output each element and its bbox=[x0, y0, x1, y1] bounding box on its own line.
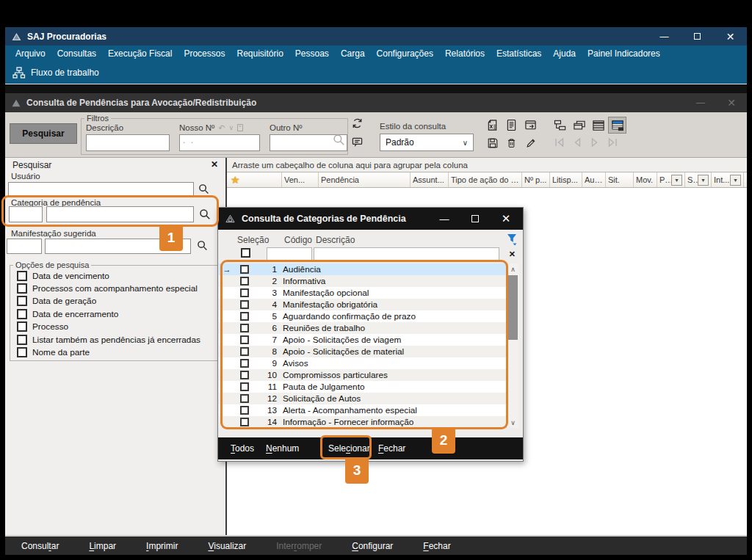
tree-view-icon[interactable] bbox=[552, 117, 568, 133]
chevron-down-icon[interactable]: ∨ bbox=[229, 125, 234, 131]
checkbox-listar-tambem-as-pendencias-ja-encerradas[interactable] bbox=[17, 335, 27, 345]
grid-view-selected-icon[interactable] bbox=[609, 117, 626, 133]
dialog-maximize-icon[interactable] bbox=[464, 208, 486, 230]
menu-item-consultas[interactable]: Consultas bbox=[51, 48, 102, 59]
category-checkbox-12[interactable] bbox=[240, 394, 249, 403]
column-filter-dropdown-icon[interactable]: ▼ bbox=[671, 175, 682, 186]
column-header-mov[interactable]: Mov. bbox=[634, 172, 657, 187]
category-checkbox-13[interactable] bbox=[240, 406, 249, 415]
last-record-icon[interactable] bbox=[604, 136, 620, 149]
codigo-filter-input[interactable] bbox=[267, 247, 312, 261]
edit-pencil-icon[interactable] bbox=[522, 135, 539, 150]
pesquisar-button[interactable]: Pesquisar bbox=[10, 123, 77, 144]
button-configurar[interactable]: Configurar bbox=[352, 541, 393, 551]
category-row-8[interactable]: 8Apoio - Solicitações de material bbox=[219, 346, 506, 357]
dialog-minimize-icon[interactable]: — bbox=[433, 208, 455, 230]
menu-item-configuracoes[interactable]: Configurações bbox=[371, 48, 439, 59]
scrollbar-thumb[interactable] bbox=[508, 275, 518, 340]
menu-item-pessoas[interactable]: Pessoas bbox=[289, 48, 335, 59]
column-header-pr[interactable]: Pr...▼ bbox=[657, 172, 685, 187]
selecao-column-header[interactable]: Seleção bbox=[237, 235, 269, 245]
checkbox-nome-da-parte[interactable] bbox=[17, 347, 27, 357]
category-checkbox-9[interactable] bbox=[240, 359, 249, 368]
menu-item-ajuda[interactable]: Ajuda bbox=[547, 48, 582, 59]
column-filter-dropdown-icon[interactable]: ▼ bbox=[730, 175, 741, 186]
category-checkbox-1[interactable] bbox=[240, 265, 249, 274]
column-header-int[interactable]: Int...▼ bbox=[712, 172, 744, 187]
checkbox-data-de-geracao[interactable] bbox=[17, 296, 27, 306]
manifestacao-search-icon[interactable] bbox=[197, 240, 208, 251]
category-checkbox-6[interactable] bbox=[240, 324, 249, 332]
category-row-7[interactable]: 7Apoio - Solicitações de viagem bbox=[219, 334, 506, 346]
category-row-1[interactable]: →1Audiência bbox=[219, 263, 506, 275]
delete-trash-icon[interactable] bbox=[503, 135, 520, 150]
descricao-column-header[interactable]: Descrição bbox=[316, 235, 355, 245]
dialog-close-icon[interactable]: ✕ bbox=[495, 208, 517, 230]
category-checkbox-8[interactable] bbox=[240, 347, 249, 356]
button-selecionar[interactable]: Selecionar bbox=[328, 443, 370, 454]
filter-funnel-icon[interactable] bbox=[507, 233, 518, 249]
category-row-11[interactable]: 11Pauta de Julgamento bbox=[219, 381, 506, 393]
codigo-column-header[interactable]: Código bbox=[284, 235, 312, 245]
category-checkbox-11[interactable] bbox=[240, 382, 249, 391]
category-row-3[interactable]: 3Manifestação opcional bbox=[219, 287, 506, 299]
inner-minimize-icon[interactable]: — bbox=[685, 93, 716, 112]
first-record-icon[interactable] bbox=[552, 136, 567, 149]
menu-item-relatorios[interactable]: Relatórios bbox=[439, 48, 491, 59]
descricao-filter-input[interactable] bbox=[314, 247, 499, 261]
search-magnifier-icon[interactable] bbox=[333, 134, 345, 146]
groupby-band[interactable]: Arraste um cabeçalho de coluna aqui para… bbox=[227, 158, 747, 172]
previous-record-icon[interactable] bbox=[569, 136, 585, 149]
button-imprimir[interactable]: Imprimir bbox=[146, 541, 178, 551]
next-record-icon[interactable] bbox=[587, 136, 602, 149]
clipboard-icon[interactable] bbox=[237, 124, 243, 131]
usuario-search-icon[interactable] bbox=[198, 183, 209, 194]
export-excel-icon[interactable] bbox=[484, 117, 501, 133]
button-fechar[interactable]: Fechar bbox=[378, 443, 405, 454]
button-visualizar[interactable]: Visualizar bbox=[208, 541, 246, 551]
close-icon[interactable]: ✕ bbox=[714, 27, 747, 46]
column-header-sit[interactable]: Sit. bbox=[606, 172, 634, 187]
workflow-toolbar[interactable]: Fluxo de trabalho bbox=[5, 61, 747, 84]
maximize-icon[interactable] bbox=[681, 27, 714, 46]
menu-item-requisitorio[interactable]: Requisitório bbox=[231, 48, 289, 59]
comment-icon[interactable] bbox=[352, 137, 363, 148]
column-header-autos[interactable]: Autos bbox=[582, 172, 606, 187]
button-nenhum[interactable]: Nenhum bbox=[266, 443, 299, 454]
scroll-down-icon[interactable]: ∨ bbox=[507, 417, 519, 428]
menu-item-carga[interactable]: Carga bbox=[335, 48, 371, 59]
minimize-icon[interactable]: — bbox=[648, 27, 681, 46]
menu-item-execucao-fiscal[interactable]: Execução Fiscal bbox=[102, 48, 178, 59]
categoria-search-icon[interactable] bbox=[199, 208, 211, 220]
open-in-window-icon[interactable] bbox=[522, 117, 539, 133]
column-header-pendencia[interactable]: Pendência bbox=[319, 172, 411, 187]
checkbox-data-de-encerramento[interactable] bbox=[17, 309, 27, 319]
menu-item-estatisticas[interactable]: Estatísticas bbox=[491, 48, 547, 59]
cascade-view-icon[interactable] bbox=[571, 117, 588, 133]
column-header-tipo-de-acao-do-p[interactable]: Tipo de ação do p... bbox=[449, 172, 522, 187]
report-document-icon[interactable] bbox=[503, 117, 520, 133]
column-filter-dropdown-icon[interactable]: ▼ bbox=[698, 175, 709, 186]
category-row-14[interactable]: 14Informação - Fornecer informação bbox=[219, 416, 506, 428]
button-fechar[interactable]: Fechar bbox=[423, 541, 450, 551]
column-header-s[interactable]: S...▼ bbox=[685, 172, 712, 187]
checkbox-processo[interactable] bbox=[17, 321, 27, 332]
usuario-input[interactable] bbox=[8, 182, 194, 197]
checkbox-data-de-vencimento[interactable] bbox=[17, 271, 27, 281]
category-checkbox-5[interactable] bbox=[240, 312, 249, 321]
column-header-n-p[interactable]: Nº p... bbox=[522, 172, 550, 187]
category-checkbox-3[interactable] bbox=[240, 288, 249, 297]
category-row-13[interactable]: 13Alerta - Acompanhamento especial bbox=[219, 404, 506, 416]
checkbox-processos-com-acompanhamento-especial[interactable] bbox=[17, 283, 27, 294]
category-row-4[interactable]: 4Manifestação obrigatória bbox=[219, 299, 506, 310]
category-checkbox-4[interactable] bbox=[240, 300, 249, 309]
menu-item-painel-indicadores[interactable]: Painel Indicadores bbox=[582, 48, 666, 59]
clear-filter-icon[interactable]: ✕ bbox=[509, 250, 516, 259]
list-view-icon[interactable] bbox=[590, 117, 607, 133]
dialog-scrollbar[interactable]: ∧ ∨ bbox=[506, 263, 519, 428]
button-consultar[interactable]: Consultar bbox=[21, 541, 59, 551]
select-all-checkbox[interactable] bbox=[241, 248, 250, 258]
refresh-icon[interactable] bbox=[352, 117, 363, 129]
category-checkbox-2[interactable] bbox=[240, 277, 249, 286]
estilo-consulta-select[interactable]: Padrão ∨ bbox=[380, 134, 474, 151]
